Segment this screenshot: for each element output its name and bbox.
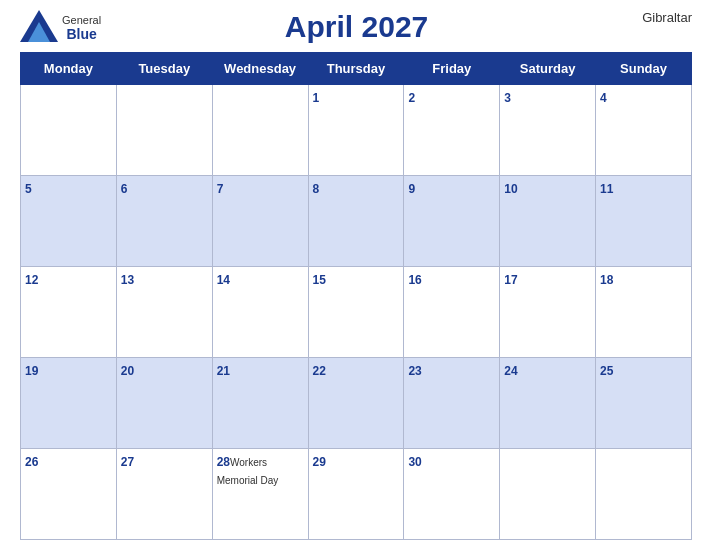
cell-w1-d2 bbox=[116, 85, 212, 176]
cell-w2-d6: 10 bbox=[500, 176, 596, 267]
cell-w3-d4: 15 bbox=[308, 267, 404, 358]
cell-w1-d6: 3 bbox=[500, 85, 596, 176]
day-number: 5 bbox=[25, 182, 32, 196]
day-number: 18 bbox=[600, 273, 613, 287]
cell-w3-d3: 14 bbox=[212, 267, 308, 358]
header-sunday: Sunday bbox=[596, 53, 692, 85]
day-number: 23 bbox=[408, 364, 421, 378]
week-row-5: 262728Workers Memorial Day2930 bbox=[21, 449, 692, 540]
cell-w4-d2: 20 bbox=[116, 358, 212, 449]
cell-w3-d2: 13 bbox=[116, 267, 212, 358]
cell-w4-d4: 22 bbox=[308, 358, 404, 449]
cell-w5-d3: 28Workers Memorial Day bbox=[212, 449, 308, 540]
calendar-title: April 2027 bbox=[101, 10, 612, 44]
day-number: 16 bbox=[408, 273, 421, 287]
page-header: General Blue April 2027 Gibraltar bbox=[20, 10, 692, 46]
day-number: 17 bbox=[504, 273, 517, 287]
region-label: Gibraltar bbox=[612, 10, 692, 25]
cell-w1-d4: 1 bbox=[308, 85, 404, 176]
cell-w5-d7 bbox=[596, 449, 692, 540]
day-number: 14 bbox=[217, 273, 230, 287]
cell-w5-d6 bbox=[500, 449, 596, 540]
day-number: 20 bbox=[121, 364, 134, 378]
header-tuesday: Tuesday bbox=[116, 53, 212, 85]
day-number: 6 bbox=[121, 182, 128, 196]
week-row-2: 567891011 bbox=[21, 176, 692, 267]
day-number: 15 bbox=[313, 273, 326, 287]
cell-w5-d1: 26 bbox=[21, 449, 117, 540]
day-number: 29 bbox=[313, 455, 326, 469]
day-number: 11 bbox=[600, 182, 613, 196]
cell-w2-d3: 7 bbox=[212, 176, 308, 267]
cell-w4-d1: 19 bbox=[21, 358, 117, 449]
logo-text: General Blue bbox=[62, 14, 101, 42]
day-number: 22 bbox=[313, 364, 326, 378]
logo-icon bbox=[20, 10, 58, 46]
header-friday: Friday bbox=[404, 53, 500, 85]
day-number: 26 bbox=[25, 455, 38, 469]
weekday-header-row: Monday Tuesday Wednesday Thursday Friday… bbox=[21, 53, 692, 85]
week-row-1: 1234 bbox=[21, 85, 692, 176]
header-wednesday: Wednesday bbox=[212, 53, 308, 85]
week-row-4: 19202122232425 bbox=[21, 358, 692, 449]
cell-w5-d5: 30 bbox=[404, 449, 500, 540]
day-number: 30 bbox=[408, 455, 421, 469]
day-number: 27 bbox=[121, 455, 134, 469]
day-number: 12 bbox=[25, 273, 38, 287]
day-number: 1 bbox=[313, 91, 320, 105]
cell-w4-d6: 24 bbox=[500, 358, 596, 449]
logo-blue-label: Blue bbox=[66, 26, 96, 42]
cell-w2-d7: 11 bbox=[596, 176, 692, 267]
day-number: 7 bbox=[217, 182, 224, 196]
cell-w3-d1: 12 bbox=[21, 267, 117, 358]
day-number: 19 bbox=[25, 364, 38, 378]
week-row-3: 12131415161718 bbox=[21, 267, 692, 358]
header-thursday: Thursday bbox=[308, 53, 404, 85]
cell-w1-d5: 2 bbox=[404, 85, 500, 176]
cell-w2-d2: 6 bbox=[116, 176, 212, 267]
day-number: 9 bbox=[408, 182, 415, 196]
logo-general-label: General bbox=[62, 14, 101, 26]
cell-w4-d7: 25 bbox=[596, 358, 692, 449]
day-number: 8 bbox=[313, 182, 320, 196]
cell-w4-d3: 21 bbox=[212, 358, 308, 449]
cell-w2-d1: 5 bbox=[21, 176, 117, 267]
cell-w1-d3 bbox=[212, 85, 308, 176]
header-saturday: Saturday bbox=[500, 53, 596, 85]
day-number: 4 bbox=[600, 91, 607, 105]
calendar-table: Monday Tuesday Wednesday Thursday Friday… bbox=[20, 52, 692, 540]
day-number: 2 bbox=[408, 91, 415, 105]
day-number: 28 bbox=[217, 455, 230, 469]
cell-w3-d7: 18 bbox=[596, 267, 692, 358]
day-number: 10 bbox=[504, 182, 517, 196]
day-number: 25 bbox=[600, 364, 613, 378]
day-number: 13 bbox=[121, 273, 134, 287]
cell-w2-d4: 8 bbox=[308, 176, 404, 267]
cell-w1-d7: 4 bbox=[596, 85, 692, 176]
day-number: 3 bbox=[504, 91, 511, 105]
cell-w5-d4: 29 bbox=[308, 449, 404, 540]
day-number: 21 bbox=[217, 364, 230, 378]
day-number: 24 bbox=[504, 364, 517, 378]
logo-area: General Blue bbox=[20, 10, 101, 46]
cell-w3-d6: 17 bbox=[500, 267, 596, 358]
header-monday: Monday bbox=[21, 53, 117, 85]
cell-w3-d5: 16 bbox=[404, 267, 500, 358]
cell-w5-d2: 27 bbox=[116, 449, 212, 540]
cell-w2-d5: 9 bbox=[404, 176, 500, 267]
cell-w4-d5: 23 bbox=[404, 358, 500, 449]
cell-w1-d1 bbox=[21, 85, 117, 176]
